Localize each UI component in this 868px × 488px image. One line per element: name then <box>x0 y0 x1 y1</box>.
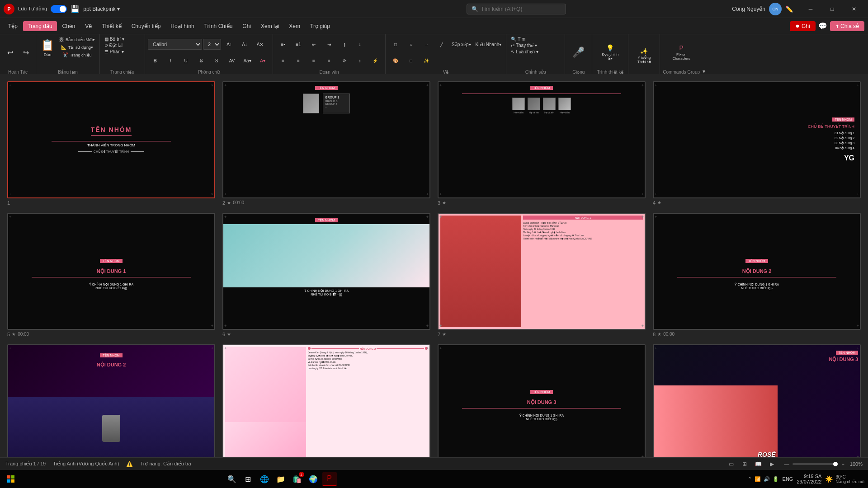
slide-thumb-12[interactable]: + + + + TÊN NHÓM NỘI DUNG 3 ROSÉ <box>653 344 861 458</box>
language-indicator[interactable]: ENG <box>783 476 793 482</box>
layout-menu[interactable]: ▦ Bố trí ▾ <box>103 36 126 42</box>
auto-save-toggle[interactable] <box>51 5 67 13</box>
new-slide-button[interactable]: 🖼Bản chiếu Mới▾ <box>57 36 97 43</box>
close-button[interactable]: ✕ <box>844 2 864 16</box>
shape-circle[interactable]: ○ <box>404 41 418 48</box>
align-left[interactable]: ≡ <box>276 57 290 64</box>
slide-sorter-button[interactable]: ⊞ <box>740 459 750 469</box>
slide-thumb-9[interactable]: + + + + TÊN NHÓM NỘI DUNG 2 <box>7 344 215 458</box>
slide-item-9[interactable]: + + + + TÊN NHÓM NỘI DUNG 2 9 <box>7 344 215 458</box>
slide-thumb-6[interactable]: + + + + TÊN NHÓM Ý CHÍNH NỘI DUNG 1 GHI … <box>222 213 430 330</box>
slide-thumb-7[interactable]: + + + + NỘI DUNG 1 Lalisa Manoban (Tiếng… <box>438 213 646 330</box>
taskbar-store[interactable]: 🛍️ 2 <box>290 472 304 486</box>
slide-item-2[interactable]: + + + + TÊN NHÓM GROUP 1 GROUP S GROUP 5 <box>222 81 430 206</box>
menu-record[interactable]: Ghi <box>238 21 255 31</box>
change-case[interactable]: Aa▾ <box>240 57 255 64</box>
slide-item-5[interactable]: + + TÊN NHÓM NỘI DUNG 1 Ý CHÍNH NỘI DUNG… <box>7 213 215 337</box>
zoom-slider[interactable] <box>793 463 838 465</box>
strikethrough-button[interactable]: S <box>194 57 208 64</box>
designer-button[interactable]: 💡 Đọc chínhtả▾ <box>600 41 621 64</box>
redo-button[interactable]: ↪ <box>19 47 33 58</box>
italic-button[interactable]: I <box>163 57 178 64</box>
slide-thumb-5[interactable]: + + TÊN NHÓM NỘI DUNG 1 Ý CHÍNH NỘI DUNG… <box>7 213 215 330</box>
menu-view[interactable]: Xem <box>284 21 305 31</box>
decrease-indent[interactable]: ⇤ <box>307 41 321 48</box>
slide-thumb-8[interactable]: + + TÊN NHÓM NỘI DUNG 2 Ý CHÍNH NỘI DUNG… <box>653 213 861 330</box>
increase-indent[interactable]: ⇥ <box>322 41 336 48</box>
increase-font[interactable]: A↑ <box>222 41 236 48</box>
menu-transitions[interactable]: Chuyển tiếp <box>127 21 165 31</box>
bullets[interactable]: ≡• <box>276 41 290 48</box>
slide-item-12[interactable]: + + + + TÊN NHÓM NỘI DUNG 3 ROSÉ 12 <box>653 344 861 458</box>
clear-format[interactable]: A✕ <box>253 41 267 48</box>
taskbar-chrome[interactable]: 🌍 <box>306 472 321 486</box>
ideas-button[interactable]: ✨ Ý tưởngThiết kế <box>636 44 653 67</box>
bold-button[interactable]: B <box>148 57 162 64</box>
taskbar-powerpoint[interactable]: P <box>322 472 337 486</box>
start-button[interactable] <box>4 472 18 486</box>
slide-item-8[interactable]: + + TÊN NHÓM NỘI DUNG 2 Ý CHÍNH NỘI DUNG… <box>653 213 861 337</box>
reset-button[interactable]: ↺ Đặt lại <box>103 42 124 48</box>
numbering[interactable]: ≡1 <box>291 41 306 48</box>
justify[interactable]: ≡ <box>322 57 336 64</box>
line-spacing[interactable]: ↕ <box>353 41 367 48</box>
slide-thumb-11[interactable]: + + TÊN NHÓM NỘI DUNG 3 Ý CHÍNH NỘI DUNG… <box>438 344 646 458</box>
shape-fill[interactable]: 🎨 <box>388 57 403 64</box>
shape-arrow[interactable]: → <box>419 41 434 48</box>
slideshow-view-button[interactable]: ▶ <box>767 459 777 469</box>
decrease-font[interactable]: A↓ <box>237 41 252 48</box>
menu-help[interactable]: Trợ giúp <box>306 21 335 31</box>
slide-item-6[interactable]: + + + + TÊN NHÓM Ý CHÍNH NỘI DUNG 1 GHI … <box>222 213 430 337</box>
minimize-button[interactable]: ─ <box>800 2 821 16</box>
slide-item-3[interactable]: + + + + TÊN NHÓM Họ và tên Họ và tên <box>438 81 646 206</box>
section-button[interactable]: ✂️Trang chiếu <box>57 52 97 58</box>
paste-button[interactable]: 📋 Dán <box>39 36 56 60</box>
slide-thumb-10[interactable]: + + NỘI DUNG 2 Je <box>222 344 430 458</box>
font-color[interactable]: A▾ <box>255 57 270 64</box>
record-button[interactable]: ⏺ Ghi <box>790 21 816 31</box>
menu-animations[interactable]: Hoạt hình <box>166 21 198 31</box>
comments-icon[interactable]: 💬 <box>818 22 827 30</box>
taskbar-explorer[interactable]: 📁 <box>274 472 288 486</box>
ribbon-expand[interactable]: ▾ <box>703 34 712 75</box>
slide-item-1[interactable]: + × + × TÊN NHÓM THÀNH VIÊN TRONG NHÓM C… <box>7 81 215 206</box>
undo-button[interactable]: ↩ <box>3 47 17 58</box>
shadow-button[interactable]: S <box>209 57 224 64</box>
shape-line[interactable]: ╱ <box>434 41 449 48</box>
underline-button[interactable]: U <box>179 57 193 64</box>
align-center[interactable]: ≡ <box>291 57 306 64</box>
user-avatar[interactable]: CN <box>769 3 782 15</box>
section-menu[interactable]: ☰ Phần ▾ <box>103 49 126 55</box>
reading-view-button[interactable]: 📖 <box>753 459 763 469</box>
slide-item-11[interactable]: + + TÊN NHÓM NỘI DUNG 3 Ý CHÍNH NỘI DUNG… <box>438 344 646 458</box>
save-button[interactable]: 💾 <box>71 5 80 13</box>
menu-insert[interactable]: Chèn <box>58 21 80 31</box>
slide-item-4[interactable]: + + + + TÊN NHÓM CHỦ ĐỀ THUYẾT TRÌNH 01 … <box>653 81 861 206</box>
network-icon[interactable]: 📶 <box>755 476 761 482</box>
menu-slideshow[interactable]: Trình Chiếu <box>200 21 237 31</box>
smart-convert[interactable]: ⚡ <box>368 57 382 64</box>
share-button[interactable]: ⬆ Chia sẻ <box>830 21 864 31</box>
menu-review[interactable]: Xem lại <box>256 21 283 31</box>
text-direction[interactable]: ⟳ <box>337 57 352 64</box>
menu-draw[interactable]: Vẽ <box>80 21 96 31</box>
clock[interactable]: 9:19 SA 29/07/2022 <box>797 474 821 484</box>
find-button[interactable]: 🔍 Tìm <box>509 36 527 42</box>
edit-icon[interactable]: ✏️ <box>785 5 793 13</box>
quick-styles[interactable]: Kiểu Nhanh▾ <box>474 41 504 48</box>
slide-thumb-1[interactable]: + × + × TÊN NHÓM THÀNH VIÊN TRONG NHÓM C… <box>7 81 215 198</box>
font-family-select[interactable]: Calibri <box>148 39 202 50</box>
normal-view-button[interactable]: ▭ <box>726 459 736 469</box>
slide-thumb-4[interactable]: + + + + TÊN NHÓM CHỦ ĐỀ THUYẾT TRÌNH 01 … <box>653 81 861 198</box>
menu-design[interactable]: Thiết kế <box>97 21 126 31</box>
menu-file[interactable]: Tệp <box>4 21 22 31</box>
voice-button[interactable]: 🎤 <box>571 41 586 64</box>
menu-home[interactable]: Trang đầu <box>23 21 57 31</box>
layout-button[interactable]: 📐Tải sử dụng▾ <box>57 44 97 51</box>
taskbar-edge[interactable]: 🌐 <box>257 472 272 486</box>
slide-thumb-3[interactable]: + + + + TÊN NHÓM Họ và tên Họ và tên <box>438 81 646 198</box>
search-bar[interactable]: 🔍 <box>467 4 566 14</box>
char-spacing[interactable]: AV <box>225 57 239 64</box>
volume-icon[interactable]: 🔊 <box>764 476 770 482</box>
search-input[interactable] <box>481 6 553 12</box>
